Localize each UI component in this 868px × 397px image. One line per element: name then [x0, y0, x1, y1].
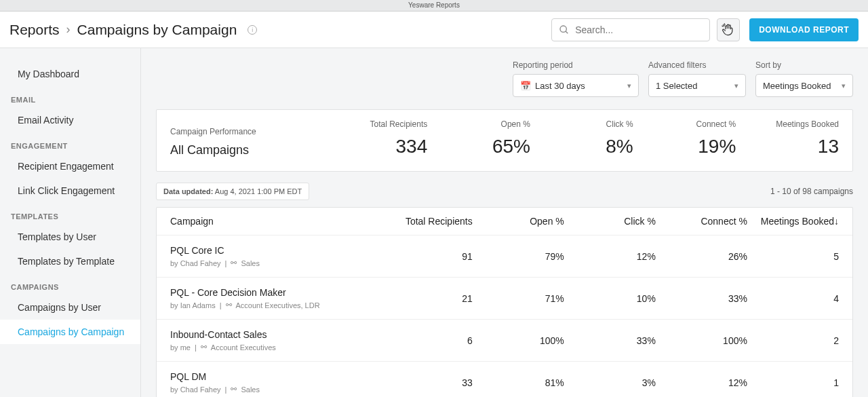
cell-connect: 26% — [656, 251, 747, 262]
filter-advanced-value: 1 Selected — [656, 81, 697, 91]
search-input-wrapper[interactable] — [551, 18, 710, 41]
summary-col-value: 8% — [530, 136, 633, 157]
col-open[interactable]: Open % — [473, 216, 564, 227]
table-row[interactable]: PQL - Core Decision Makerby Ian Adams|⚯A… — [157, 278, 852, 320]
cell-click: 3% — [564, 377, 656, 388]
summary-title-value: All Campaigns — [170, 143, 325, 157]
sidebar-item[interactable]: My Dashboard — [0, 62, 140, 86]
cell-open: 71% — [473, 293, 564, 304]
cell-connect: 12% — [656, 377, 747, 388]
calendar-icon: 📅 — [520, 81, 531, 91]
breadcrumb-current: Campaigns by Campaign — [77, 22, 237, 38]
summary-title-label: Campaign Performance — [170, 127, 325, 136]
chevron-right-icon: › — [66, 22, 71, 37]
filter-advanced-select[interactable]: 1 Selected ▾ — [648, 74, 746, 97]
col-connect[interactable]: Connect % — [656, 216, 747, 227]
filter-sort-select[interactable]: Meetings Booked ▾ — [755, 74, 853, 97]
sidebar-item[interactable]: Templates by Template — [0, 249, 140, 273]
cell-click: 10% — [564, 293, 656, 304]
wave-icon — [722, 23, 735, 37]
share-icon: ⚯ — [231, 385, 237, 394]
sidebar-section-header: CAMPAIGNS — [0, 273, 140, 295]
cell-recipients: 21 — [381, 293, 473, 304]
cell-meetings: 5 — [747, 251, 839, 262]
updated-value: Aug 4, 2021 1:00 PM EDT — [215, 187, 302, 195]
summary-col-label: Total Recipients — [325, 119, 428, 129]
window-titlebar: Yesware Reports — [0, 0, 868, 12]
search-input[interactable] — [575, 24, 703, 35]
breadcrumb-root[interactable]: Reports — [9, 22, 60, 38]
page-header: Reports › Campaigns by Campaign i DOWNLO… — [0, 12, 868, 48]
sidebar-section-header: TEMPLATES — [0, 203, 140, 225]
chevron-down-icon: ▾ — [627, 81, 631, 90]
summary-col-value: 65% — [427, 136, 530, 157]
sidebar-item[interactable]: Recipient Engagement — [0, 154, 140, 178]
cell-meetings: 1 — [747, 377, 839, 388]
summary-col-label: Meetings Booked — [736, 119, 839, 129]
summary-col-value: 19% — [633, 136, 736, 157]
filter-period-label: Reporting period — [513, 60, 639, 70]
cell-click: 33% — [564, 335, 656, 346]
cell-open: 100% — [473, 335, 564, 346]
sidebar-item[interactable]: Templates by User — [0, 225, 140, 249]
wave-button[interactable] — [717, 18, 740, 41]
summary-col-label: Click % — [530, 119, 633, 129]
campaigns-table: Campaign Total Recipients Open % Click %… — [156, 207, 853, 397]
share-icon: ⚯ — [201, 343, 207, 352]
cell-connect: 100% — [656, 335, 747, 346]
cell-meetings: 4 — [747, 293, 839, 304]
summary-col-label: Open % — [427, 119, 530, 129]
col-meetings-sorted[interactable]: Meetings Booked↓ — [747, 216, 839, 227]
summary-col-label: Connect % — [633, 119, 736, 129]
campaign-name: PQL - Core Decision Maker — [170, 287, 381, 298]
campaign-name: PQL Core IC — [170, 245, 381, 256]
sidebar: My DashboardEMAILEmail ActivityENGAGEMEN… — [0, 48, 141, 397]
filter-period-select[interactable]: 📅Last 30 days ▾ — [513, 74, 639, 97]
cell-open: 79% — [473, 251, 564, 262]
table-row[interactable]: PQL DMby Chad Fahey|⚯Sales3381%3%12%1 — [157, 362, 852, 397]
pagination-text: 1 - 10 of 98 campaigns — [770, 187, 853, 196]
table-row[interactable]: PQL Core ICby Chad Fahey|⚯Sales9179%12%2… — [157, 235, 852, 278]
info-icon[interactable]: i — [248, 25, 257, 35]
main-content: Reporting period 📅Last 30 days ▾ Advance… — [141, 48, 868, 397]
filter-period-value: Last 30 days — [535, 81, 585, 91]
svg-point-0 — [560, 26, 566, 32]
campaign-name: PQL DM — [170, 371, 381, 382]
meta-row: Data updated: Aug 4, 2021 1:00 PM EDT 1 … — [156, 183, 853, 200]
filter-sort-label: Sort by — [755, 60, 853, 70]
sidebar-item[interactable]: Link Click Engagement — [0, 178, 140, 203]
svg-line-1 — [566, 31, 568, 33]
col-recipients[interactable]: Total Recipients — [381, 216, 473, 227]
campaign-meta: by Ian Adams|⚯Account Executives, LDR — [170, 301, 381, 309]
share-icon: ⚯ — [231, 259, 237, 267]
chevron-down-icon: ▾ — [842, 81, 846, 90]
search-icon — [559, 24, 570, 35]
data-updated-badge: Data updated: Aug 4, 2021 1:00 PM EDT — [156, 183, 309, 200]
sidebar-item[interactable]: Email Activity — [0, 108, 140, 132]
sort-desc-icon: ↓ — [834, 216, 839, 227]
sidebar-section-header: EMAIL — [0, 86, 140, 108]
campaign-meta: by Chad Fahey|⚯Sales — [170, 385, 381, 394]
sidebar-section-header: ENGAGEMENT — [0, 132, 140, 154]
sidebar-item[interactable]: Campaigns by Campaign — [0, 320, 140, 344]
cell-connect: 33% — [656, 293, 747, 304]
summary-card: Campaign Performance All Campaigns Total… — [156, 109, 853, 172]
col-click[interactable]: Click % — [564, 216, 656, 227]
col-campaign[interactable]: Campaign — [170, 216, 381, 227]
cell-recipients: 6 — [381, 335, 473, 346]
campaign-meta: by Chad Fahey|⚯Sales — [170, 259, 381, 267]
campaign-name: Inbound-Contact Sales — [170, 329, 381, 340]
campaign-meta: by me|⚯Account Executives — [170, 343, 381, 352]
cell-recipients: 33 — [381, 377, 473, 388]
cell-meetings: 2 — [747, 335, 839, 346]
table-row[interactable]: Inbound-Contact Salesby me|⚯Account Exec… — [157, 320, 852, 362]
filter-advanced-label: Advanced filters — [648, 60, 746, 70]
download-report-button[interactable]: DOWNLOAD REPORT — [749, 18, 859, 41]
summary-col-value: 13 — [736, 136, 839, 157]
breadcrumb: Reports › Campaigns by Campaign i — [9, 22, 257, 38]
cell-click: 12% — [564, 251, 656, 262]
cell-open: 81% — [473, 377, 564, 388]
summary-col-value: 334 — [325, 136, 428, 157]
updated-label: Data updated: — [163, 187, 213, 195]
sidebar-item[interactable]: Campaigns by User — [0, 295, 140, 320]
